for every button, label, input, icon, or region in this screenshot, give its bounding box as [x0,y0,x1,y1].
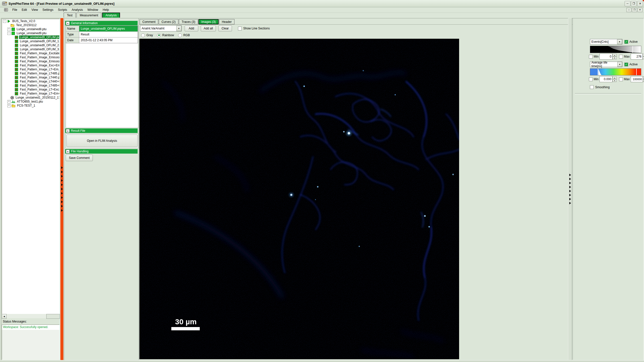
lifetime-max-field[interactable]: 100000 [631,76,643,82]
menu-scripts[interactable]: Scripts [56,8,69,12]
tree-item-label: Lunge_unstained9_OFLIM_3. [19,48,60,51]
tab-header[interactable]: Header [219,19,234,24]
tree-item[interactable]: Fast_Pattern_Image_LT440.p [2,75,59,79]
chevron-down-icon[interactable]: ▼ [617,39,622,44]
tab-test[interactable]: Test [64,13,76,18]
scrollbar-thumb[interactable] [46,314,60,319]
splitter-grip-triangle [569,182,571,184]
tree-item[interactable]: Fast_Pattern_Image_Emission [2,59,59,63]
collapse-icon[interactable]: ▲ [66,129,70,133]
tree-item[interactable]: Fast_Pattern_Image_Exc+Em. [2,63,59,67]
tab-curves[interactable]: Curves (2) [159,19,178,24]
document-icon [4,8,8,12]
tab-comment[interactable]: Comment [140,19,158,24]
lifetime-max-stepper[interactable]: ▲▼ [643,76,644,82]
save-comment-button[interactable]: Save Comment [66,155,93,161]
child-minimize-button[interactable]: ─ [626,8,631,12]
collapse-icon[interactable]: − [3,20,6,23]
intensity-max-marker[interactable] [632,46,633,53]
child-close-button[interactable]: ✕ [637,8,642,12]
collapse-icon[interactable]: ▲ [66,21,70,25]
menu-help[interactable]: Help [100,8,111,12]
chevron-down-icon[interactable]: ▼ [176,26,181,31]
tree-item[interactable]: Fast_Pattern_Image_Emission [2,55,59,59]
show-line-sections-checkbox[interactable] [238,27,242,30]
menu-edit[interactable]: Edit [19,8,29,12]
tree-item[interactable]: Fast_Pattern_Image_LT+Exc. [2,87,59,92]
tree-item[interactable]: −Lunge_unstained9.ptu [2,31,59,35]
result-icon [15,48,18,51]
child-restore-button[interactable]: ❐ [632,8,637,12]
lifetime-max-checkbox[interactable] [619,77,623,81]
lifetime-max-marker[interactable] [636,69,637,75]
lifetime-min-stepper[interactable]: ▲▼ [613,76,617,82]
open-in-flim-analysis-button[interactable]: Open in FLIM Analysis [66,134,138,147]
result-icon [15,80,18,83]
expand-icon[interactable]: + [7,28,11,31]
intensity-max-field[interactable]: 276 [631,54,643,60]
intensity-max-stepper[interactable]: ▲▼ [643,54,644,59]
intensity-min-checkbox[interactable] [589,55,593,59]
menu-view[interactable]: View [29,8,40,12]
tree-item[interactable]: +FCS-TEST_1 [2,104,59,108]
smoothing-checkbox[interactable] [590,85,594,89]
expand-icon[interactable]: + [7,104,11,107]
add-button[interactable]: Add [185,25,198,31]
intensity-histogram[interactable] [590,46,641,53]
menu-analysis[interactable]: Analysis [69,8,85,12]
flim-image[interactable]: 30 µm [139,39,459,359]
chevron-down-icon[interactable]: ▼ [617,62,622,67]
right-splitter[interactable] [568,18,572,360]
add-all-button[interactable]: Add all [201,25,216,31]
rgb-radio[interactable] [178,33,182,37]
minimize-button[interactable]: ─ [625,1,630,6]
tree-item[interactable]: Fast_Pattern_Image_LT440+E [2,79,59,83]
scroll-left-icon[interactable]: ◀ [2,314,7,319]
intensity-min-field[interactable]: 0 [599,54,613,60]
intensity-active-checkbox[interactable]: ✓ [624,40,628,44]
lifetime-min-checkbox[interactable] [589,77,593,81]
tree-item[interactable]: Fast_Pattern_Image_LT485+E [2,83,59,87]
collapse-icon[interactable]: ▲ [66,150,70,153]
tree-item[interactable]: Lunge_unstained9_OFLIM_1. [2,39,59,43]
status-messages-box: Workspace: Successfully opened. [2,325,60,360]
tree-item[interactable]: Fast_Pattern_Image_LT485.p [2,71,59,75]
menu-file[interactable]: File [10,8,19,12]
tab-analysis[interactable]: Analysis [102,13,120,18]
left-splitter[interactable] [60,18,63,360]
menu-window[interactable]: Window [85,8,101,12]
tree-item[interactable]: Lunge_unstained9_OFLIM_3. [2,47,59,51]
intensity-max-checkbox[interactable] [619,55,623,59]
lifetime-min-field[interactable]: 0.000 [599,76,613,82]
menu-settings[interactable]: Settings [40,8,56,12]
lifetime-colorscale[interactable] [590,68,641,75]
collapse-icon[interactable]: − [7,32,11,35]
tree-item[interactable]: −BUS_Tests_V2.0 [2,19,59,23]
tree-item[interactable]: Test_20150112 [2,23,59,27]
intensity-channel-dropdown[interactable]: Events[Cnts] ▼ [590,39,622,44]
tree-item[interactable]: Fast_Pattern_Image_LT+Em_a [2,67,59,71]
tab-images[interactable]: Images (3) [198,19,218,24]
rainbow-radio[interactable] [157,33,161,37]
tree-item[interactable]: Lunge_unstained9_OFLIM_2. [2,43,59,47]
tree-item[interactable]: Lunge_unstained9_OFLIM.pq [2,35,59,39]
tab-traces[interactable]: Traces (3) [179,19,198,24]
image-source-dropdown[interactable]: AnaInt.VarAnaInt ▼ [140,25,182,31]
lifetime-active-checkbox[interactable]: ✓ [624,63,628,66]
intensity-min-stepper[interactable]: ▲▼ [613,54,617,59]
result-icon [15,68,18,71]
tree-item[interactable]: Fast_Pattern_Image_LT+Em+ [2,92,59,96]
clear-button[interactable]: Clear [218,25,232,31]
tab-baseline [139,24,643,25]
expand-icon[interactable]: + [7,100,11,103]
tab-measurement[interactable]: Measurement [76,13,101,18]
tree-horizontal-scrollbar[interactable]: ◀ ▶ [2,314,59,318]
lifetime-min-marker[interactable] [598,69,598,75]
tree-item[interactable]: +ATTO655_test1.ptu [2,100,59,104]
tree-item[interactable]: Lunge_unstained1_20150112_17 [2,96,59,100]
tree-item[interactable]: Fast_Pattern_Image_Excitatio [2,51,59,55]
lifetime-channel-dropdown[interactable]: Average life time[ns] ▼ [590,62,622,67]
maximize-button[interactable]: ❐ [631,1,637,6]
gray-radio[interactable] [141,33,145,37]
tree-item[interactable]: +Lunge_unstained8.ptu [2,27,59,31]
